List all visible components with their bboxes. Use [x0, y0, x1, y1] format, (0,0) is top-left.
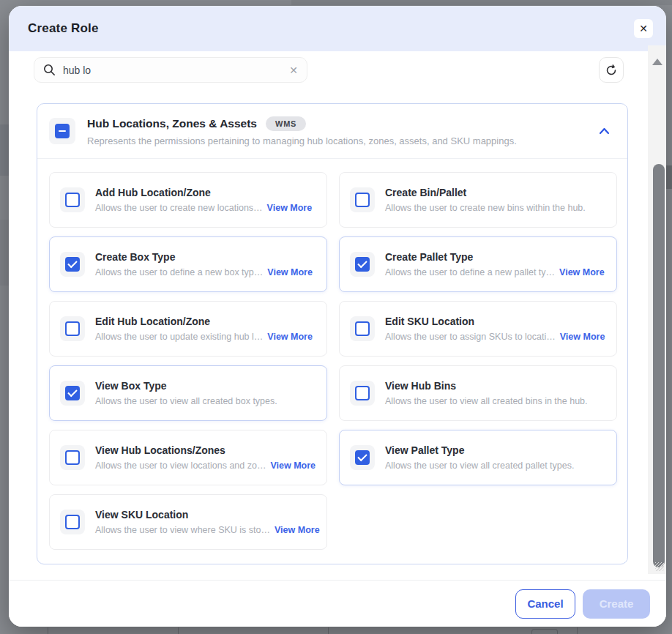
scroll-up-icon[interactable] [652, 59, 662, 65]
permission-card[interactable]: Edit SKU Location Allows the user to ass… [339, 301, 617, 357]
permission-card[interactable]: Edit Hub Location/Zone Allows the user t… [49, 301, 327, 357]
dialog-body: ✕ Hub Locations, Zones & Assets WMS [9, 51, 666, 580]
group-checkbox[interactable] [55, 124, 70, 138]
permission-card[interactable]: Create Box Type Allows the user to defin… [49, 236, 327, 292]
permission-card[interactable]: View Box Type Allows the user to view al… [49, 365, 327, 421]
permission-text: Add Hub Location/Zone Allows the user to… [95, 187, 318, 213]
view-more-link[interactable]: View More [560, 332, 605, 342]
permission-title: View SKU Location [95, 509, 318, 521]
permission-description: Allows the user to view all created bins… [385, 396, 588, 406]
search-box[interactable]: ✕ [34, 57, 307, 83]
dialog-footer: Cancel Create [9, 580, 666, 627]
view-more-link[interactable]: View More [267, 203, 313, 213]
permission-title: View Hub Bins [385, 380, 608, 392]
permission-text: Create Pallet Type Allows the user to de… [385, 251, 608, 277]
view-more-link[interactable]: View More [267, 332, 313, 342]
permission-text: View Hub Bins Allows the user to view al… [385, 380, 608, 406]
permission-card[interactable]: Add Hub Location/Zone Allows the user to… [49, 172, 327, 228]
permission-card[interactable]: View Pallet Type Allows the user to view… [339, 430, 617, 485]
backdrop-left-row [0, 124, 9, 176]
view-more-link[interactable]: View More [559, 267, 605, 277]
refresh-button[interactable] [599, 57, 624, 83]
permission-title: Edit Hub Location/Zone [95, 316, 318, 327]
permission-text: View SKU Location Allows the user to vie… [95, 509, 318, 535]
permission-description: Allows the user to create new locations… [95, 203, 263, 213]
permission-checkbox[interactable] [65, 321, 80, 336]
checkbox-wrap [350, 316, 375, 341]
permission-text: Create Bin/Pallet Allows the user to cre… [385, 187, 608, 213]
checkbox-wrap [60, 510, 85, 534]
permission-description: Allows the user to update existing hub l… [95, 332, 263, 342]
permission-title: Edit SKU Location [385, 316, 608, 327]
chevron-up-icon [599, 127, 610, 135]
scrollbar-track[interactable] [648, 45, 666, 574]
permission-description: Allows the user to define a new box typ… [95, 267, 263, 277]
permission-card[interactable]: View Hub Bins Allows the user to view al… [339, 365, 617, 421]
refresh-icon [605, 64, 618, 77]
permission-text: View Box Type Allows the user to view al… [95, 380, 318, 406]
permission-description: Allows the user to create new bins withi… [385, 203, 586, 213]
permission-description: Allows the user to view locations and zo… [95, 460, 266, 471]
search-input[interactable] [63, 64, 289, 76]
permission-checkbox[interactable] [355, 386, 370, 400]
close-icon[interactable]: ✕ [634, 19, 653, 38]
permissions-grid: Add Hub Location/Zone Allows the user to… [37, 159, 627, 564]
search-icon [43, 64, 56, 76]
view-more-link[interactable]: View More [270, 460, 316, 471]
group-checkbox-wrap [49, 118, 75, 144]
permission-checkbox[interactable] [355, 321, 370, 336]
permission-card[interactable]: View SKU Location Allows the user to vie… [49, 494, 327, 550]
permission-card[interactable]: Create Bin/Pallet Allows the user to cre… [339, 172, 617, 228]
create-button[interactable]: Create [583, 589, 650, 619]
checkbox-wrap [350, 252, 375, 277]
permission-description: Allows the user to view where SKU is sto… [95, 525, 270, 535]
backdrop-top-bar [291, 0, 672, 5]
permission-description: Allows the user to view all created box … [95, 396, 277, 406]
dialog-header: Create Role ✕ [9, 6, 666, 51]
permission-description: Allows the user to define a new pallet t… [385, 267, 555, 277]
permission-text: View Pallet Type Allows the user to view… [385, 444, 608, 471]
permission-checkbox[interactable] [65, 450, 80, 465]
backdrop-table-line [328, 627, 329, 634]
permission-title: Create Box Type [95, 251, 318, 263]
backdrop-table-line [48, 627, 48, 634]
permission-card[interactable]: Create Pallet Type Allows the user to de… [339, 236, 617, 292]
permission-group-card: Hub Locations, Zones & Assets WMS Repres… [37, 103, 628, 564]
permission-checkbox[interactable] [65, 386, 80, 400]
permission-title: View Pallet Type [385, 444, 608, 456]
view-more-link[interactable]: View More [267, 267, 313, 277]
permission-checkbox[interactable] [65, 193, 80, 207]
permission-checkbox[interactable] [355, 193, 370, 207]
backdrop-table-line [577, 627, 578, 634]
clear-search-icon[interactable]: ✕ [289, 64, 298, 76]
group-title: Hub Locations, Zones & Assets [87, 117, 257, 130]
dialog-title: Create Role [28, 21, 99, 36]
permission-checkbox[interactable] [65, 257, 80, 272]
permission-group-header[interactable]: Hub Locations, Zones & Assets WMS Repres… [37, 104, 627, 159]
checkbox-wrap [350, 445, 375, 470]
collapse-button[interactable] [596, 123, 613, 140]
permission-checkbox[interactable] [355, 450, 370, 465]
backdrop-table-line [178, 627, 179, 634]
permission-text: View Hub Locations/Zones Allows the user… [95, 444, 318, 471]
view-more-link[interactable]: View More [275, 525, 320, 535]
checkbox-wrap [60, 252, 85, 277]
checkbox-wrap [60, 381, 85, 406]
permission-checkbox[interactable] [355, 257, 370, 272]
search-row: ✕ [34, 57, 624, 83]
backdrop-hidden-button [531, 629, 558, 634]
permission-checkbox[interactable] [65, 515, 80, 529]
permission-description: Allows the user to assign SKUs to locati… [385, 332, 556, 342]
permission-text: Edit Hub Location/Zone Allows the user t… [95, 316, 318, 342]
permission-text: Create Box Type Allows the user to defin… [95, 251, 318, 277]
permission-text: Edit SKU Location Allows the user to ass… [385, 316, 608, 342]
resize-grip-icon [655, 562, 664, 571]
checkbox-wrap [350, 187, 375, 212]
permission-title: Create Pallet Type [385, 251, 608, 263]
permission-card[interactable]: View Hub Locations/Zones Allows the user… [49, 430, 327, 485]
scrollbar-thumb[interactable] [653, 164, 665, 567]
permission-title: View Box Type [95, 380, 318, 392]
checkbox-wrap [60, 316, 85, 341]
permission-title: View Hub Locations/Zones [95, 444, 318, 456]
cancel-button[interactable]: Cancel [515, 589, 575, 619]
